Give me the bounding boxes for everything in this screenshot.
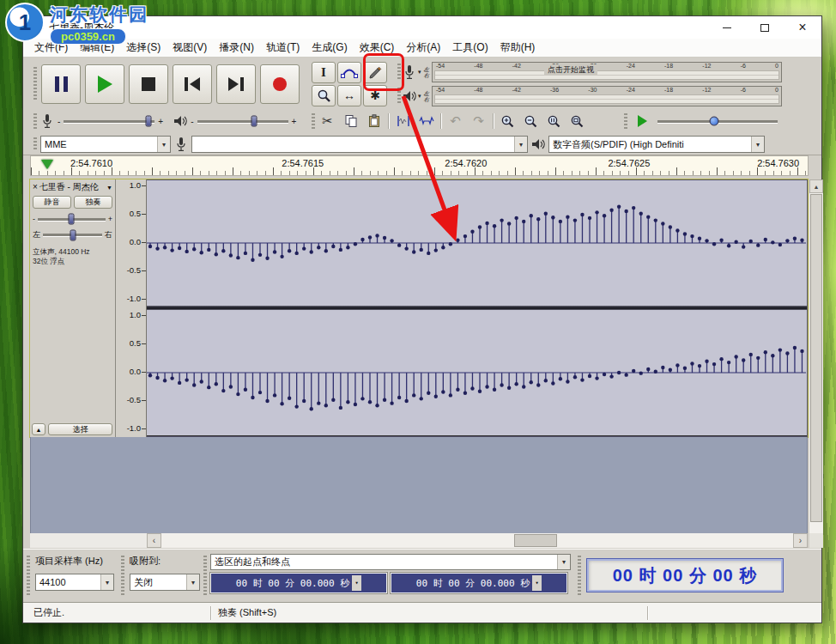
amplitude-tick-mark <box>142 372 146 373</box>
fit-project-button[interactable] <box>566 112 588 131</box>
recording-device-select[interactable]: ▾ <box>191 136 528 153</box>
chevron-down-icon[interactable]: ▾ <box>352 575 361 591</box>
toolbar-grip[interactable] <box>397 88 401 105</box>
silence-audio-button[interactable] <box>415 112 437 131</box>
right-channel-waveform[interactable] <box>147 310 807 435</box>
draw-tool-button[interactable] <box>363 62 387 83</box>
gain-slider[interactable] <box>38 218 106 221</box>
amplitude-tick-mark <box>142 185 146 186</box>
menu-item-7[interactable]: 效果(C) <box>354 40 401 55</box>
selection-end-field[interactable]: 00 时 00 分 00.000 秒 ▾ <box>391 573 567 593</box>
horizontal-scrollbar[interactable]: ‹ › <box>30 533 808 548</box>
playback-volume-slider[interactable] <box>197 120 288 123</box>
meter-dropdown-icon[interactable]: ▾ <box>418 69 421 76</box>
minimize-button[interactable] <box>708 16 746 39</box>
copy-button[interactable] <box>340 112 361 131</box>
selection-tool-button[interactable]: I <box>312 62 336 83</box>
empty-track-area[interactable] <box>30 437 808 533</box>
collapse-track-button[interactable]: ▲ <box>32 423 45 435</box>
audio-host-select[interactable]: MME ▾ <box>40 136 171 153</box>
scroll-right-arrow[interactable]: › <box>793 533 808 548</box>
meter-dropdown-icon[interactable]: ▾ <box>418 93 421 100</box>
redo-icon: ↷ <box>473 113 484 129</box>
multi-tool-button[interactable]: ✱ <box>363 85 387 106</box>
menu-item-4[interactable]: 播录(N) <box>213 40 260 55</box>
quick-play-pin-icon[interactable] <box>41 160 53 169</box>
vertical-scroll-thumb[interactable] <box>810 194 822 522</box>
playback-speed-slider[interactable] <box>657 120 778 123</box>
zoom-in-button[interactable] <box>497 112 518 131</box>
selection-start-field[interactable]: 00 时 00 分 00.000 秒 ▾ <box>210 573 387 593</box>
menu-item-3[interactable]: 视图(V) <box>167 40 213 55</box>
horizontal-scroll-thumb[interactable] <box>514 534 557 547</box>
chevron-down-icon[interactable]: ▾ <box>532 575 542 591</box>
toolbar-grip[interactable] <box>312 113 315 129</box>
cut-button[interactable]: ✂ <box>317 112 338 131</box>
trim-icon <box>396 115 411 127</box>
envelope-tool-button[interactable] <box>337 62 361 83</box>
zoom-out-button[interactable] <box>520 112 542 131</box>
undo-button[interactable]: ↶ <box>445 112 466 131</box>
playback-meter[interactable]: -54-48-42-36-30-24-18-12-60 <box>432 86 782 106</box>
vertical-scrollbar[interactable]: ▲ ▼ <box>809 179 823 548</box>
toolbar-grip[interactable] <box>33 67 37 102</box>
toolbar-grip[interactable] <box>578 556 581 597</box>
slider-thumb[interactable] <box>69 214 75 225</box>
audio-position-display[interactable]: 00 时 00 分 00 秒 <box>586 558 784 592</box>
scroll-up-arrow[interactable]: ▲ <box>809 179 823 193</box>
amplitude-tick-label: 1.0 <box>130 180 141 190</box>
menu-item-8[interactable]: 分析(A) <box>400 40 446 55</box>
track-menu-icon[interactable]: ▼ <box>106 185 112 191</box>
track-select-button[interactable]: 选择 <box>48 423 112 435</box>
slider-thumb[interactable] <box>251 116 257 127</box>
playback-device-select[interactable]: 数字音频(S/PDIF) (High Definiti ▾ <box>548 136 765 153</box>
mute-button[interactable]: 静音 <box>33 196 71 209</box>
solo-button[interactable]: 独奏 <box>74 196 112 209</box>
track-title[interactable]: 七里香 - 周杰伦 <box>39 181 105 193</box>
menu-item-9[interactable]: 工具(O) <box>446 40 494 55</box>
toolbar-grip[interactable] <box>121 556 124 597</box>
paste-button[interactable] <box>363 112 385 131</box>
track-close-button[interactable]: × <box>33 183 38 191</box>
maximize-button[interactable] <box>746 16 784 39</box>
time-shift-tool-button[interactable]: ↔ <box>337 85 361 106</box>
status-bar: 已停止. 独奏 (Shift+S) <box>23 602 821 623</box>
redo-button[interactable]: ↷ <box>468 112 489 131</box>
timeline-ruler[interactable]: 2:54.76102:54.76152:54.76202:54.76252:54… <box>30 155 809 176</box>
play-button[interactable] <box>85 64 124 104</box>
selection-mode-select[interactable]: 选区的起点和终点 ▾ <box>210 554 571 570</box>
menu-item-5[interactable]: 轨道(T) <box>260 40 306 55</box>
toolbar-grip[interactable] <box>33 113 37 129</box>
meter-tick-label: -36 <box>550 87 559 93</box>
recording-meter[interactable]: -54-48-42-36-30-24-18-12-60 点击开始监视 <box>432 62 782 82</box>
horizontal-scroll-track[interactable]: ‹ › <box>147 533 808 548</box>
play-at-speed-button[interactable] <box>632 112 653 131</box>
toolbar-grip[interactable] <box>33 137 37 152</box>
project-rate-select[interactable]: 44100 ▾ <box>35 574 114 591</box>
skip-to-end-button[interactable] <box>216 64 256 104</box>
slider-thumb[interactable] <box>70 229 76 240</box>
menu-item-10[interactable]: 帮助(H) <box>494 40 542 55</box>
snap-to-select[interactable]: 关闭 ▾ <box>130 574 200 591</box>
close-button[interactable]: × <box>784 16 821 39</box>
pause-button[interactable] <box>41 64 81 104</box>
toolbar-grip[interactable] <box>203 556 207 597</box>
menu-item-6[interactable]: 生成(G) <box>306 40 353 55</box>
skip-to-start-button[interactable] <box>173 64 212 104</box>
zoom-tool-button[interactable] <box>312 85 336 106</box>
toolbar-grip[interactable] <box>397 64 401 81</box>
scissors-icon: ✂ <box>322 113 333 129</box>
left-channel-waveform[interactable] <box>147 180 807 306</box>
toolbar-grip[interactable] <box>624 113 627 129</box>
recording-volume-slider[interactable] <box>64 120 154 123</box>
stop-button[interactable] <box>129 64 168 104</box>
slider-thumb[interactable] <box>709 117 718 126</box>
pan-slider[interactable] <box>43 234 102 236</box>
record-button[interactable] <box>260 64 300 104</box>
toolbar-grip[interactable] <box>27 556 30 597</box>
fit-selection-button[interactable] <box>543 112 565 131</box>
zoom-out-icon <box>524 114 538 129</box>
slider-thumb[interactable] <box>145 116 151 127</box>
trim-audio-button[interactable] <box>392 112 414 131</box>
scroll-left-arrow[interactable]: ‹ <box>147 533 161 548</box>
